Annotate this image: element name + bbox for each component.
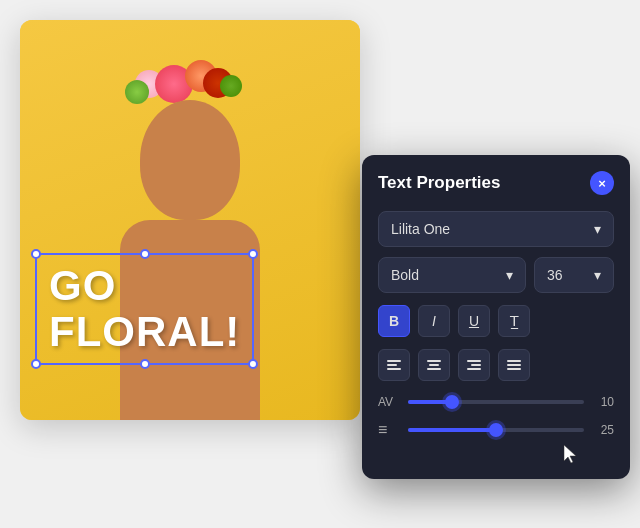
format-buttons-group: B I U T̲ bbox=[378, 305, 614, 337]
line-height-fill bbox=[408, 428, 496, 432]
head bbox=[140, 100, 240, 220]
handle-top-mid[interactable] bbox=[140, 249, 150, 259]
letter-spacing-value: 10 bbox=[592, 395, 614, 409]
letter-spacing-row: AV 10 bbox=[378, 395, 614, 409]
align-buttons-group bbox=[378, 349, 614, 381]
panel-header: Text Properties × bbox=[378, 171, 614, 195]
line-height-value: 25 bbox=[592, 423, 614, 437]
align-center-button[interactable] bbox=[418, 349, 450, 381]
canvas-text: GO FLORAL! bbox=[49, 263, 240, 355]
letter-spacing-thumb[interactable] bbox=[445, 395, 459, 409]
canvas-area: GO FLORAL! bbox=[20, 20, 360, 420]
align-justify-button[interactable] bbox=[498, 349, 530, 381]
font-style-arrow-icon: ▾ bbox=[506, 267, 513, 283]
panel-title: Text Properties bbox=[378, 173, 501, 193]
align-right-button[interactable] bbox=[458, 349, 490, 381]
canvas-background: GO FLORAL! bbox=[20, 20, 360, 420]
font-family-value: Lilita One bbox=[391, 221, 450, 237]
font-size-value: 36 bbox=[547, 267, 563, 283]
line-height-row: ≡ 25 bbox=[378, 421, 614, 439]
letter-spacing-track[interactable] bbox=[408, 400, 584, 404]
italic-button[interactable]: I bbox=[418, 305, 450, 337]
cursor-area bbox=[378, 443, 614, 463]
font-family-dropdown[interactable]: Lilita One ▾ bbox=[378, 211, 614, 247]
underline-button[interactable]: U bbox=[458, 305, 490, 337]
line-height-track[interactable] bbox=[408, 428, 584, 432]
bold-button[interactable]: B bbox=[378, 305, 410, 337]
flower-green-right bbox=[220, 75, 242, 97]
letter-spacing-label: AV bbox=[378, 395, 400, 409]
handle-bottom-left[interactable] bbox=[31, 359, 41, 369]
style-size-row: Bold ▾ 36 ▾ bbox=[378, 257, 614, 293]
font-family-arrow-icon: ▾ bbox=[594, 221, 601, 237]
handle-top-left[interactable] bbox=[31, 249, 41, 259]
scene: GO FLORAL! Text Properties × Lilita One … bbox=[0, 0, 640, 528]
font-style-dropdown[interactable]: Bold ▾ bbox=[378, 257, 526, 293]
line-height-label: ≡ bbox=[378, 421, 400, 439]
strikethrough-button[interactable]: T̲ bbox=[498, 305, 530, 337]
text-selection-box[interactable]: GO FLORAL! bbox=[35, 253, 254, 365]
font-style-value: Bold bbox=[391, 267, 419, 283]
font-size-dropdown[interactable]: 36 ▾ bbox=[534, 257, 614, 293]
font-size-arrow-icon: ▾ bbox=[594, 267, 601, 283]
cursor-icon bbox=[560, 443, 580, 467]
align-left-button[interactable] bbox=[378, 349, 410, 381]
close-button[interactable]: × bbox=[590, 171, 614, 195]
handle-bottom-mid[interactable] bbox=[140, 359, 150, 369]
handle-top-right[interactable] bbox=[248, 249, 258, 259]
properties-panel: Text Properties × Lilita One ▾ Bold ▾ 36… bbox=[362, 155, 630, 479]
line-height-thumb[interactable] bbox=[489, 423, 503, 437]
flower-green-left bbox=[125, 80, 149, 104]
